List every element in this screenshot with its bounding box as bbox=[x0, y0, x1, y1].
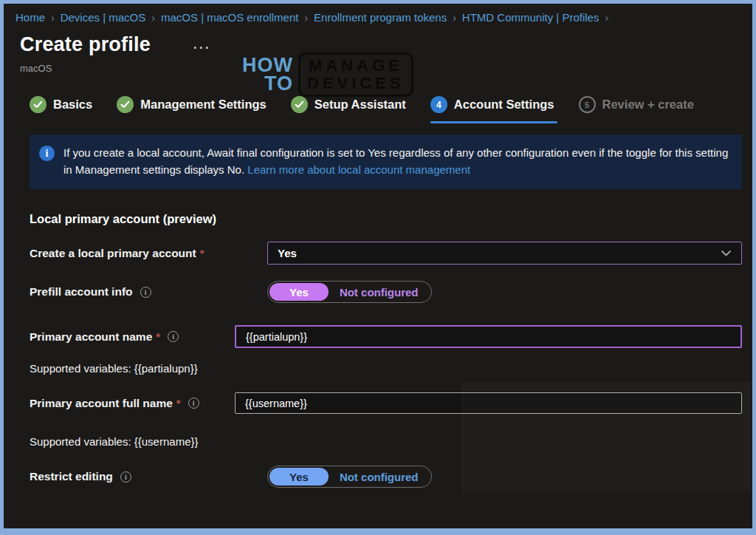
restrict-editing-row: Restrict editing Yes Not configured bbox=[30, 466, 742, 488]
field-label: Primary account name * bbox=[30, 330, 235, 344]
breadcrumb-separator: › bbox=[304, 12, 308, 24]
required-marker: * bbox=[156, 330, 160, 343]
create-local-account-label: Create a local primary account bbox=[30, 247, 196, 260]
logo-word-to: TO bbox=[264, 75, 293, 93]
section-title: Local primary account (preview) bbox=[30, 212, 752, 226]
page-background: Home › Devices | macOS › macOS | macOS e… bbox=[0, 0, 756, 535]
learn-more-link[interactable]: Learn more about local account managemen… bbox=[247, 163, 470, 176]
required-marker: * bbox=[200, 247, 205, 259]
restrict-editing-label: Restrict editing bbox=[30, 470, 113, 483]
restrict-editing-toggle[interactable]: Yes Not configured bbox=[267, 466, 432, 488]
toggle-not-configured-option[interactable]: Not configured bbox=[329, 286, 430, 299]
prefill-account-info-label: Prefill account info bbox=[30, 285, 133, 299]
step-number-circle: 5 bbox=[579, 96, 596, 113]
tab-label: Management Settings bbox=[140, 98, 267, 112]
wizard-steps: Basics Management Settings Setup Assista… bbox=[30, 96, 752, 115]
tab-review-create[interactable]: 5 Review + create bbox=[579, 96, 694, 115]
create-local-account-dropdown[interactable]: Yes bbox=[267, 242, 742, 265]
tab-account-settings[interactable]: 4 Account Settings bbox=[430, 96, 554, 115]
toggle-yes-option[interactable]: Yes bbox=[269, 283, 329, 301]
chevron-down-icon bbox=[721, 250, 732, 256]
tab-label: Review + create bbox=[602, 98, 694, 112]
dropdown-selected-value: Yes bbox=[278, 247, 721, 259]
primary-account-full-name-label: Primary account full name bbox=[30, 397, 173, 410]
tab-label: Basics bbox=[53, 98, 92, 112]
step-number-circle: 4 bbox=[430, 96, 447, 113]
breadcrumb-separator: › bbox=[605, 12, 608, 24]
more-options-icon[interactable]: ··· bbox=[193, 41, 211, 56]
supported-variables-hint: Supported variables: {{partialupn}} bbox=[30, 362, 742, 375]
breadcrumb-devices[interactable]: Devices | macOS bbox=[61, 11, 146, 24]
breadcrumb-enrollment-tokens[interactable]: Enrollment program tokens bbox=[314, 11, 447, 24]
info-tooltip-icon[interactable] bbox=[188, 398, 199, 409]
logo-word-manage: MANAGE bbox=[309, 56, 403, 75]
info-banner: If you create a local account, Await fin… bbox=[30, 134, 742, 189]
breadcrumb: Home › Devices | macOS › macOS | macOS e… bbox=[4, 4, 752, 24]
tab-label: Setup Assistant bbox=[315, 98, 406, 112]
info-tooltip-icon[interactable] bbox=[140, 287, 151, 298]
page-subtitle: macOS bbox=[20, 63, 151, 74]
breadcrumb-macos-enrollment[interactable]: macOS | macOS enrollment bbox=[161, 11, 298, 24]
breadcrumb-home[interactable]: Home bbox=[16, 11, 45, 24]
field-label: Restrict editing bbox=[30, 470, 235, 483]
primary-account-name-label: Primary account name bbox=[30, 330, 152, 344]
field-label: Create a local primary account * bbox=[30, 247, 235, 260]
primary-account-name-input[interactable] bbox=[235, 325, 742, 348]
tab-setup-assistant[interactable]: Setup Assistant bbox=[291, 96, 406, 115]
check-circle-icon bbox=[30, 96, 47, 113]
breadcrumb-separator: › bbox=[51, 12, 55, 24]
info-icon bbox=[39, 146, 55, 161]
toggle-not-configured-option[interactable]: Not configured bbox=[329, 471, 430, 483]
info-tooltip-icon[interactable] bbox=[168, 331, 179, 342]
breadcrumb-separator: › bbox=[453, 12, 456, 24]
toggle-yes-option[interactable]: Yes bbox=[269, 468, 329, 485]
breadcrumb-htmd-profiles[interactable]: HTMD Community | Profiles bbox=[462, 11, 599, 24]
check-circle-icon bbox=[291, 96, 308, 113]
supported-variables-hint: Supported variables: {{username}} bbox=[30, 435, 742, 448]
account-settings-form: Create a local primary account * Yes Pre… bbox=[30, 242, 742, 488]
page-title: Create profile bbox=[20, 33, 151, 56]
screenshot-frame: Home › Devices | macOS › macOS | macOS e… bbox=[0, 0, 756, 535]
logo-word-devices: DEVICES bbox=[307, 74, 405, 92]
primary-account-full-name-row: Primary account full name * bbox=[30, 392, 742, 414]
required-marker: * bbox=[176, 397, 181, 409]
primary-account-name-row: Primary account name * bbox=[30, 325, 742, 348]
logo-manage-devices-box: MANAGE DEVICES bbox=[298, 52, 413, 97]
field-label: Prefill account info bbox=[30, 285, 235, 299]
info-tooltip-icon[interactable] bbox=[120, 471, 131, 483]
tab-label: Account Settings bbox=[454, 98, 554, 112]
prefill-account-info-row: Prefill account info Yes Not configured bbox=[30, 281, 742, 303]
howtomanagedevices-logo: HOW TO MANAGE DEVICES bbox=[242, 52, 413, 97]
check-circle-icon bbox=[117, 96, 134, 113]
breadcrumb-separator: › bbox=[151, 12, 155, 24]
primary-account-full-name-input[interactable] bbox=[235, 392, 742, 414]
field-label: Primary account full name * bbox=[30, 397, 235, 410]
tab-basics[interactable]: Basics bbox=[30, 96, 92, 115]
create-local-account-row: Create a local primary account * Yes bbox=[30, 242, 742, 265]
banner-text: If you create a local account, Await fin… bbox=[63, 144, 729, 178]
prefill-account-info-toggle[interactable]: Yes Not configured bbox=[267, 281, 432, 303]
logo-howto-text: HOW TO bbox=[242, 56, 293, 93]
tab-management-settings[interactable]: Management Settings bbox=[117, 96, 267, 115]
